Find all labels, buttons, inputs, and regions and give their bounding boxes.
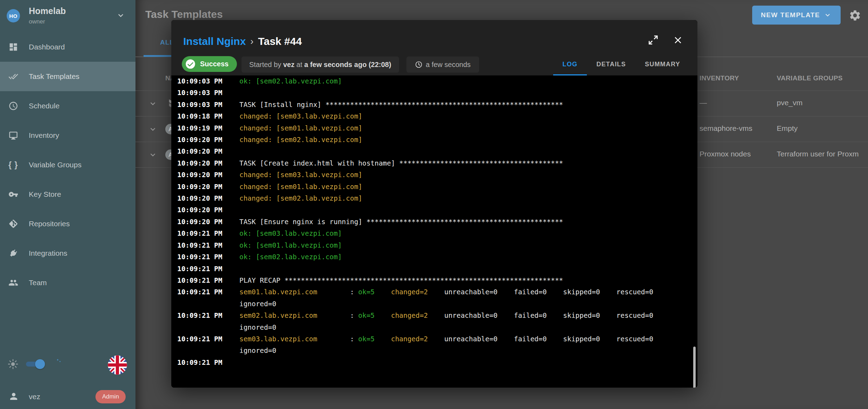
log-line: ignored=0 bbox=[177, 322, 697, 333]
log-timestamp: 10:09:20 PM bbox=[177, 181, 223, 193]
duration-chip: a few seconds bbox=[406, 56, 479, 73]
log-text: unreachable=0 failed=0 skipped=0 rescued… bbox=[428, 335, 653, 343]
log-text: unreachable=0 failed=0 skipped=0 rescued… bbox=[428, 288, 653, 296]
sidebar-item-dashboard[interactable]: Dashboard bbox=[0, 32, 135, 62]
log-text bbox=[375, 311, 391, 320]
team-switcher[interactable]: HO Homelab owner bbox=[0, 0, 135, 32]
started-user: vez bbox=[283, 61, 294, 69]
team-role: owner bbox=[29, 18, 45, 25]
log-line: 10:09:20 PMchanged: [sem03.lab.vezpi.com… bbox=[177, 169, 697, 181]
log-text: changed: [sem01.lab.vezpi.com] bbox=[239, 183, 362, 191]
sidebar-item-label: Team bbox=[29, 279, 47, 287]
sidebar-item-variable-groups[interactable]: { }Variable Groups bbox=[0, 150, 135, 180]
user-row[interactable]: vez Admin bbox=[0, 388, 135, 407]
theme-toggle[interactable] bbox=[25, 360, 45, 368]
sidebar-item-repositories[interactable]: Repositories bbox=[0, 209, 135, 239]
status-badge: Success bbox=[182, 56, 237, 72]
log-timestamp: 10:09:21 PM bbox=[177, 228, 223, 239]
log-line: 10:09:18 PMchanged: [sem03.lab.vezpi.com… bbox=[177, 110, 697, 122]
clock-icon bbox=[8, 101, 18, 111]
sidebar-item-label: Integrations bbox=[29, 249, 67, 257]
log-text: changed=2 bbox=[391, 288, 428, 296]
log-timestamp: 10:09:21 PM bbox=[177, 275, 223, 286]
chevron-down-icon[interactable] bbox=[116, 11, 126, 20]
log-timestamp: 10:09:21 PM bbox=[177, 286, 223, 298]
new-template-label: NEW TEMPLATE bbox=[761, 11, 820, 19]
log-text: PLAY RECAP *****************************… bbox=[239, 276, 563, 284]
log-text: changed: [sem02.lab.vezpi.com] bbox=[239, 136, 362, 144]
log-line: 10:09:21 PMsem03.lab.vezpi.com : ok=5 ch… bbox=[177, 333, 697, 345]
sun-icon bbox=[8, 359, 18, 369]
log-line: 10:09:20 PMTASK [Create index.html with … bbox=[177, 157, 697, 169]
sidebar-nav: DashboardTask TemplatesScheduleInventory… bbox=[0, 32, 135, 297]
sidebar-item-inventory[interactable]: Inventory bbox=[0, 121, 135, 150]
chevron-down-icon[interactable] bbox=[148, 125, 158, 134]
sidebar-item-label: Key Store bbox=[29, 190, 61, 199]
log-line: 10:09:21 PMPLAY RECAP ******************… bbox=[177, 275, 697, 286]
key-icon bbox=[8, 189, 18, 199]
dashboard-icon bbox=[8, 42, 18, 52]
expand-icon[interactable] bbox=[647, 34, 659, 46]
log-text: ok=5 bbox=[358, 311, 375, 320]
task-modal: Install Nginx › Task #44 Success Started… bbox=[171, 20, 697, 388]
modal-tab-summary[interactable]: SUMMARY bbox=[635, 54, 690, 75]
started-time: a few seconds ago (22:08) bbox=[304, 61, 391, 69]
log-text: TASK [Install nginx] *******************… bbox=[239, 101, 563, 109]
log-text: changed=2 bbox=[391, 311, 428, 320]
braces-icon: { } bbox=[8, 160, 18, 170]
log-timestamp: 10:09:03 PM bbox=[177, 87, 223, 99]
breadcrumb-template-link[interactable]: Install Nginx bbox=[183, 35, 246, 47]
person-icon bbox=[8, 391, 19, 402]
log-line: 10:09:21 PMok: [sem02.lab.vezpi.com] bbox=[177, 251, 697, 263]
log-text: TASK [Ensure nginx is running] *********… bbox=[239, 218, 563, 226]
log-text: ok: [sem02.lab.vezpi.com] bbox=[239, 77, 342, 85]
log-text: sem02.lab.vezpi.com bbox=[239, 311, 350, 320]
close-icon[interactable] bbox=[672, 35, 683, 46]
log-line: 10:09:20 PMchanged: [sem01.lab.vezpi.com… bbox=[177, 181, 697, 193]
plug-icon bbox=[8, 248, 18, 258]
modal-tab-details[interactable]: DETAILS bbox=[587, 54, 635, 75]
log-timestamp: 10:09:21 PM bbox=[177, 240, 223, 251]
sidebar-item-integrations[interactable]: Integrations bbox=[0, 239, 135, 268]
log-text: ok: [sem03.lab.vezpi.com] bbox=[239, 229, 342, 237]
people-icon bbox=[8, 278, 18, 288]
log-text: changed: [sem03.lab.vezpi.com] bbox=[239, 171, 362, 179]
log-timestamp: 10:09:03 PM bbox=[177, 99, 223, 110]
log-line: 10:09:20 PM bbox=[177, 204, 697, 216]
team-avatar: HO bbox=[7, 9, 20, 22]
gear-icon[interactable] bbox=[849, 9, 861, 22]
started-chip: Started by vez at a few seconds ago (22:… bbox=[241, 56, 399, 73]
log-text: changed: [sem02.lab.vezpi.com] bbox=[239, 194, 362, 202]
log-text: changed: [sem01.lab.vezpi.com] bbox=[239, 124, 362, 132]
chevron-down-icon[interactable] bbox=[148, 99, 158, 108]
sidebar-item-team[interactable]: Team bbox=[0, 268, 135, 297]
toggle-knob[interactable] bbox=[35, 359, 45, 369]
breadcrumb-separator: › bbox=[250, 36, 253, 47]
theme-row bbox=[0, 355, 135, 376]
cell-inventory: semaphore-vms bbox=[700, 124, 753, 133]
log-timestamp: 10:09:20 PM bbox=[177, 204, 223, 216]
sidebar-item-label: Dashboard bbox=[29, 43, 65, 51]
log-text bbox=[375, 335, 391, 343]
modal-tab-log[interactable]: LOG bbox=[553, 54, 587, 75]
sidebar-item-label: Schedule bbox=[29, 102, 60, 110]
sidebar-item-schedule[interactable]: Schedule bbox=[0, 91, 135, 121]
chevron-down-icon[interactable] bbox=[148, 150, 158, 160]
log-scrollbar[interactable] bbox=[693, 347, 696, 388]
log-text: : bbox=[350, 335, 358, 343]
new-template-button[interactable]: NEW TEMPLATE bbox=[752, 6, 841, 25]
log-line: 10:09:20 PMTASK [Ensure nginx is running… bbox=[177, 216, 697, 228]
log-panel: 10:09:03 PMok: [sem02.lab.vezpi.com]10:0… bbox=[171, 75, 697, 388]
uk-flag-icon[interactable] bbox=[108, 355, 127, 375]
sidebar-item-task-templates[interactable]: Task Templates bbox=[0, 62, 135, 91]
sidebar-item-key-store[interactable]: Key Store bbox=[0, 180, 135, 209]
log-text: TASK [Create index.html with hostname] *… bbox=[239, 159, 563, 167]
log-line: 10:09:20 PMchanged: [sem02.lab.vezpi.com… bbox=[177, 193, 697, 204]
log-text bbox=[375, 288, 391, 296]
monitor-icon bbox=[8, 130, 18, 140]
log-text: sem03.lab.vezpi.com bbox=[239, 335, 350, 343]
log-timestamp: 10:09:20 PM bbox=[177, 193, 223, 204]
log-timestamp: 10:09:20 PM bbox=[177, 134, 223, 146]
log-timestamp: 10:09:21 PM bbox=[177, 310, 223, 321]
log-line: 10:09:20 PMchanged: [sem02.lab.vezpi.com… bbox=[177, 134, 697, 146]
